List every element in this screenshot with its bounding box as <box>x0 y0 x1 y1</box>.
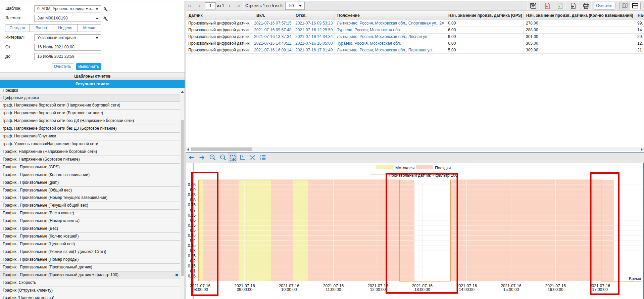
svg-text:0.35: 0.35 <box>188 243 196 248</box>
svg-text:15:00:00: 15:00:00 <box>503 287 519 292</box>
svg-text:0.15: 0.15 <box>188 264 196 268</box>
svg-text:A: A <box>546 5 548 8</box>
svg-text:09:00:00: 09:00:00 <box>237 287 253 292</box>
svg-text:16:00:00: 16:00:00 <box>548 287 563 292</box>
svg-text:08:00:00: 08:00:00 <box>192 287 208 292</box>
svg-text:Моточасы: Моточасы <box>395 166 414 170</box>
svg-text:0.55: 0.55 <box>188 223 196 228</box>
svg-text:0.2: 0.2 <box>190 259 196 263</box>
svg-text:10:00:00: 10:00:00 <box>281 287 297 292</box>
svg-text:13:00:00: 13:00:00 <box>414 287 430 292</box>
svg-text:12:00:00: 12:00:00 <box>370 287 386 292</box>
svg-text:0.65: 0.65 <box>188 213 196 218</box>
svg-text:0.4: 0.4 <box>190 238 196 243</box>
svg-text:Произвольный датчик + фильтр 1: Произвольный датчик + фильтр 100 <box>389 173 458 178</box>
svg-text:11:00:00: 11:00:00 <box>326 287 341 292</box>
svg-text:0.45: 0.45 <box>188 233 196 238</box>
svg-text:0.9: 0.9 <box>190 187 196 192</box>
svg-text:Время: Время <box>629 276 641 281</box>
svg-text:0.8: 0.8 <box>190 198 196 202</box>
svg-text:0.5: 0.5 <box>190 228 196 233</box>
svg-text:17:00:00: 17:00:00 <box>592 287 608 292</box>
svg-text:0.7: 0.7 <box>190 208 196 213</box>
svg-text:0.1: 0.1 <box>190 269 196 273</box>
svg-text:0.25: 0.25 <box>188 254 196 258</box>
svg-text:0.3: 0.3 <box>190 248 196 253</box>
svg-text:0.95: 0.95 <box>188 182 196 187</box>
svg-text:0.85: 0.85 <box>188 193 196 197</box>
svg-text:Поездки: Поездки <box>435 166 451 170</box>
svg-text:0.75: 0.75 <box>188 203 196 207</box>
svg-text:0.6: 0.6 <box>190 218 196 223</box>
svg-text:0.05: 0.05 <box>188 274 196 279</box>
svg-text:x: x <box>559 5 560 8</box>
svg-text:14:00:00: 14:00:00 <box>459 287 475 292</box>
